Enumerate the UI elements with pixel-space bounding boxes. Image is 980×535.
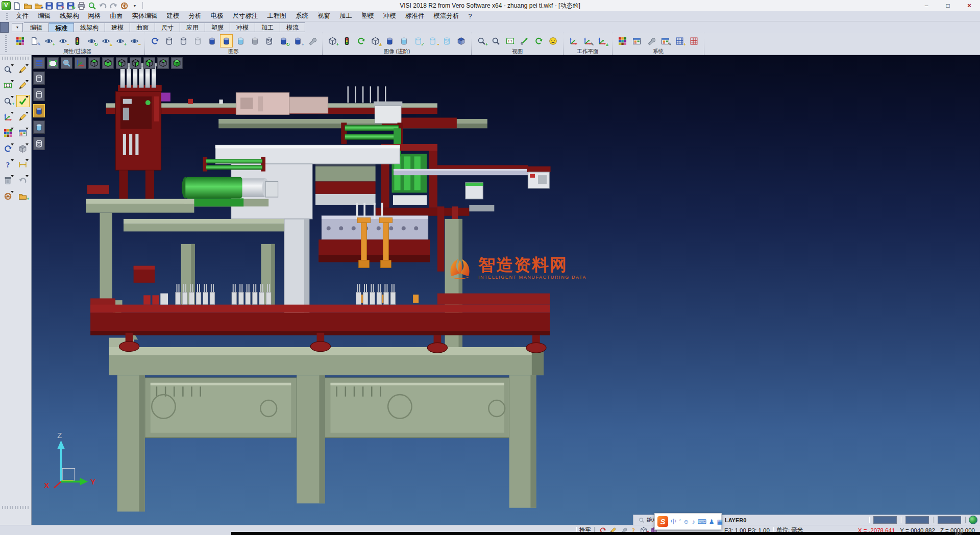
toggle-solids-icon[interactable] xyxy=(369,34,382,47)
close-button[interactable]: × xyxy=(959,1,980,11)
color-swatch-1[interactable] xyxy=(873,516,897,524)
ime-punct-icon[interactable]: ′ xyxy=(679,519,680,525)
solid-cube-icon[interactable] xyxy=(16,142,30,155)
render-settings-icon[interactable] xyxy=(306,34,318,47)
view-observer-icon[interactable] xyxy=(547,34,559,47)
ime-emoji-icon[interactable]: ☺ xyxy=(683,519,689,525)
display-transparent-icon[interactable] xyxy=(33,120,45,134)
recent-files-dropdown-icon[interactable]: ▼ xyxy=(130,1,139,10)
save-all-icon[interactable] xyxy=(66,1,75,10)
menu-item-8[interactable]: 电极 xyxy=(206,12,228,20)
view-left-icon[interactable] xyxy=(143,57,155,69)
dynamic-pan-icon[interactable] xyxy=(518,34,531,47)
new-file-icon[interactable] xyxy=(12,1,21,10)
menu-item-14[interactable]: 塑模 xyxy=(357,12,379,20)
view-iso-icon[interactable] xyxy=(171,57,183,69)
ime-brand-icon[interactable]: S xyxy=(657,516,668,527)
menu-item-12[interactable]: 视窗 xyxy=(313,12,335,20)
attributes-palette-icon[interactable] xyxy=(2,127,15,139)
copy-attributes-icon[interactable] xyxy=(28,34,41,47)
maximize-button[interactable]: □ xyxy=(937,1,959,11)
refresh-shading-icon[interactable] xyxy=(277,34,290,47)
ime-keyboard-icon[interactable]: ⌨ xyxy=(698,519,706,525)
ime-toolbox-icon[interactable]: ▦ xyxy=(717,519,723,525)
menu-item-17[interactable]: 模流分析 xyxy=(429,12,464,20)
flag-solid-icon[interactable] xyxy=(426,34,439,47)
paint-attributes-icon[interactable] xyxy=(14,34,27,47)
shaded-icon[interactable] xyxy=(206,34,218,47)
shaded-solid-icon[interactable] xyxy=(383,34,396,47)
system-settings-icon[interactable] xyxy=(630,34,643,47)
tab-5[interactable]: 尺寸 xyxy=(155,22,180,32)
validate-solid-icon[interactable] xyxy=(412,34,425,47)
menu-item-1[interactable]: 编辑 xyxy=(33,12,55,20)
tab-6[interactable]: 应用 xyxy=(180,22,205,32)
wireframe-icon[interactable] xyxy=(163,34,176,47)
view-bottom-icon[interactable] xyxy=(102,57,114,69)
regen-icon[interactable] xyxy=(149,34,161,47)
window-options-icon[interactable] xyxy=(659,34,672,47)
menu-item-16[interactable]: 标准件 xyxy=(401,12,429,20)
tab-8[interactable]: 冲模 xyxy=(230,22,255,32)
save-as-icon[interactable] xyxy=(55,1,64,10)
zoom-extents-icon[interactable] xyxy=(489,34,502,47)
menu-item-0[interactable]: 文件 xyxy=(11,12,33,20)
open-folder-icon[interactable] xyxy=(23,1,32,10)
tab-1-active[interactable]: 标准 xyxy=(49,22,74,32)
hide-all-icon[interactable] xyxy=(128,34,141,47)
minimize-button[interactable]: – xyxy=(916,1,937,11)
shaded-edges-icon-selected[interactable] xyxy=(220,34,233,47)
zoom-1-1-icon[interactable] xyxy=(504,34,517,47)
taskbar-strip[interactable]: 19:27 xyxy=(231,532,980,535)
redo-icon[interactable] xyxy=(109,1,118,10)
grid-settings-icon[interactable] xyxy=(688,34,700,47)
menu-item-18[interactable]: ? xyxy=(464,13,477,20)
add-solids-icon[interactable] xyxy=(326,34,339,47)
import-file-icon[interactable] xyxy=(34,1,43,10)
preferences-icon[interactable] xyxy=(645,34,657,47)
color-swatch-2[interactable] xyxy=(905,516,929,524)
flat-shaded-icon[interactable] xyxy=(249,34,261,47)
measure-distance-icon[interactable] xyxy=(16,158,30,171)
menu-item-6[interactable]: 建模 xyxy=(162,12,184,20)
light-solid-icon[interactable] xyxy=(398,34,410,47)
tab-3[interactable]: 建模 xyxy=(105,22,130,32)
menu-item-4[interactable]: 曲面 xyxy=(106,12,128,20)
zoom-plus-icon[interactable] xyxy=(2,95,15,107)
display-hatched-icon[interactable] xyxy=(33,137,45,150)
dashed-wireframe-icon[interactable] xyxy=(191,34,204,47)
undo-icon[interactable] xyxy=(98,1,107,10)
edit-workplane-icon[interactable] xyxy=(581,34,594,47)
save-icon[interactable] xyxy=(44,1,54,10)
snap-grid-icon[interactable] xyxy=(673,34,686,47)
refresh-visibility-icon[interactable] xyxy=(85,34,98,47)
navigate-wheel-icon[interactable] xyxy=(2,190,15,202)
globe-icon[interactable] xyxy=(969,516,977,524)
view-back-icon[interactable] xyxy=(157,57,169,69)
display-shaded-icon-selected[interactable] xyxy=(33,104,45,117)
copy-shading-icon[interactable] xyxy=(291,34,304,47)
tab-9[interactable]: 加工 xyxy=(255,22,280,32)
align-workplane-icon[interactable] xyxy=(596,34,608,47)
view-top-icon[interactable] xyxy=(88,57,100,69)
menu-item-13[interactable]: 加工 xyxy=(335,12,357,20)
cad-model-assembly[interactable]: Z Y X xyxy=(32,55,980,525)
workplane-icon[interactable] xyxy=(567,34,580,47)
view-front-icon[interactable] xyxy=(116,57,128,69)
ime-account-icon[interactable]: ♟ xyxy=(709,519,715,525)
print-icon[interactable] xyxy=(77,1,86,10)
refresh-solids-icon[interactable] xyxy=(355,34,368,47)
menu-item-10[interactable]: 工程图 xyxy=(263,12,291,20)
open-project-icon[interactable] xyxy=(16,190,30,202)
ime-voice-icon[interactable]: ♪ xyxy=(692,519,695,525)
hatched-icon[interactable] xyxy=(263,34,276,47)
solid-cube-icon[interactable] xyxy=(455,34,468,47)
view-menu-icon[interactable] xyxy=(33,57,45,69)
display-wireframe-icon[interactable] xyxy=(33,71,45,85)
tab-0[interactable]: 编辑 xyxy=(24,22,49,32)
menu-item-3[interactable]: 网格 xyxy=(84,12,106,20)
solids-filter-icon[interactable] xyxy=(340,34,353,47)
help-question-icon[interactable] xyxy=(2,158,15,171)
hatched-solid-icon[interactable] xyxy=(440,34,453,47)
ime-lang-icon[interactable]: 中 xyxy=(671,519,677,525)
